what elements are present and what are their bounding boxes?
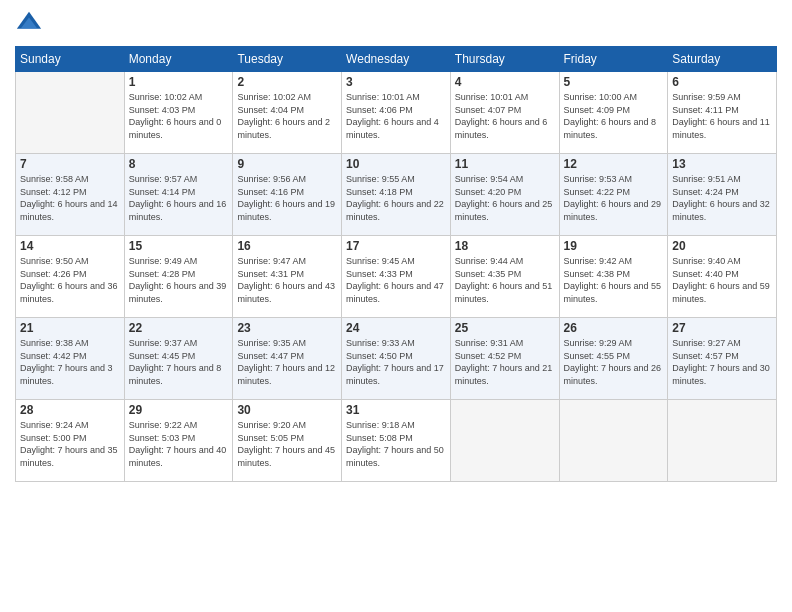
day-info: Sunrise: 10:02 AM Sunset: 4:04 PM Daylig…	[237, 91, 337, 141]
day-number: 15	[129, 239, 229, 253]
day-number: 12	[564, 157, 664, 171]
calendar-day-cell: 7Sunrise: 9:58 AM Sunset: 4:12 PM Daylig…	[16, 154, 125, 236]
day-number: 7	[20, 157, 120, 171]
day-number: 11	[455, 157, 555, 171]
calendar-day-cell: 27Sunrise: 9:27 AM Sunset: 4:57 PM Dayli…	[668, 318, 777, 400]
day-info: Sunrise: 9:29 AM Sunset: 4:55 PM Dayligh…	[564, 337, 664, 387]
day-number: 9	[237, 157, 337, 171]
day-number: 20	[672, 239, 772, 253]
calendar-day-cell	[450, 400, 559, 482]
calendar-day-cell: 30Sunrise: 9:20 AM Sunset: 5:05 PM Dayli…	[233, 400, 342, 482]
page-container: SundayMondayTuesdayWednesdayThursdayFrid…	[0, 0, 792, 612]
calendar-day-cell: 19Sunrise: 9:42 AM Sunset: 4:38 PM Dayli…	[559, 236, 668, 318]
day-number: 8	[129, 157, 229, 171]
calendar-day-cell: 2Sunrise: 10:02 AM Sunset: 4:04 PM Dayli…	[233, 72, 342, 154]
day-info: Sunrise: 10:00 AM Sunset: 4:09 PM Daylig…	[564, 91, 664, 141]
day-info: Sunrise: 9:51 AM Sunset: 4:24 PM Dayligh…	[672, 173, 772, 223]
day-info: Sunrise: 9:50 AM Sunset: 4:26 PM Dayligh…	[20, 255, 120, 305]
day-info: Sunrise: 9:38 AM Sunset: 4:42 PM Dayligh…	[20, 337, 120, 387]
day-number: 25	[455, 321, 555, 335]
calendar-day-cell: 11Sunrise: 9:54 AM Sunset: 4:20 PM Dayli…	[450, 154, 559, 236]
day-number: 18	[455, 239, 555, 253]
calendar-day-cell: 23Sunrise: 9:35 AM Sunset: 4:47 PM Dayli…	[233, 318, 342, 400]
calendar-week-row: 28Sunrise: 9:24 AM Sunset: 5:00 PM Dayli…	[16, 400, 777, 482]
calendar-day-cell: 9Sunrise: 9:56 AM Sunset: 4:16 PM Daylig…	[233, 154, 342, 236]
day-info: Sunrise: 9:42 AM Sunset: 4:38 PM Dayligh…	[564, 255, 664, 305]
day-info: Sunrise: 10:01 AM Sunset: 4:06 PM Daylig…	[346, 91, 446, 141]
calendar-day-cell: 1Sunrise: 10:02 AM Sunset: 4:03 PM Dayli…	[124, 72, 233, 154]
day-info: Sunrise: 9:24 AM Sunset: 5:00 PM Dayligh…	[20, 419, 120, 469]
logo	[15, 10, 47, 38]
day-info: Sunrise: 9:56 AM Sunset: 4:16 PM Dayligh…	[237, 173, 337, 223]
calendar-day-cell: 31Sunrise: 9:18 AM Sunset: 5:08 PM Dayli…	[342, 400, 451, 482]
calendar-week-row: 7Sunrise: 9:58 AM Sunset: 4:12 PM Daylig…	[16, 154, 777, 236]
day-info: Sunrise: 9:33 AM Sunset: 4:50 PM Dayligh…	[346, 337, 446, 387]
day-info: Sunrise: 10:02 AM Sunset: 4:03 PM Daylig…	[129, 91, 229, 141]
day-info: Sunrise: 9:22 AM Sunset: 5:03 PM Dayligh…	[129, 419, 229, 469]
calendar-day-cell: 3Sunrise: 10:01 AM Sunset: 4:06 PM Dayli…	[342, 72, 451, 154]
day-number: 2	[237, 75, 337, 89]
calendar-week-row: 1Sunrise: 10:02 AM Sunset: 4:03 PM Dayli…	[16, 72, 777, 154]
calendar-day-cell: 26Sunrise: 9:29 AM Sunset: 4:55 PM Dayli…	[559, 318, 668, 400]
day-number: 24	[346, 321, 446, 335]
day-info: Sunrise: 9:40 AM Sunset: 4:40 PM Dayligh…	[672, 255, 772, 305]
day-info: Sunrise: 9:44 AM Sunset: 4:35 PM Dayligh…	[455, 255, 555, 305]
day-number: 13	[672, 157, 772, 171]
day-info: Sunrise: 9:53 AM Sunset: 4:22 PM Dayligh…	[564, 173, 664, 223]
calendar-day-cell	[668, 400, 777, 482]
calendar-day-cell: 20Sunrise: 9:40 AM Sunset: 4:40 PM Dayli…	[668, 236, 777, 318]
day-number: 16	[237, 239, 337, 253]
day-of-week-header: Tuesday	[233, 47, 342, 72]
day-info: Sunrise: 9:54 AM Sunset: 4:20 PM Dayligh…	[455, 173, 555, 223]
day-info: Sunrise: 9:59 AM Sunset: 4:11 PM Dayligh…	[672, 91, 772, 141]
day-info: Sunrise: 9:47 AM Sunset: 4:31 PM Dayligh…	[237, 255, 337, 305]
day-number: 1	[129, 75, 229, 89]
calendar-day-cell: 17Sunrise: 9:45 AM Sunset: 4:33 PM Dayli…	[342, 236, 451, 318]
calendar-day-cell: 12Sunrise: 9:53 AM Sunset: 4:22 PM Dayli…	[559, 154, 668, 236]
calendar-day-cell: 6Sunrise: 9:59 AM Sunset: 4:11 PM Daylig…	[668, 72, 777, 154]
day-info: Sunrise: 10:01 AM Sunset: 4:07 PM Daylig…	[455, 91, 555, 141]
day-info: Sunrise: 9:20 AM Sunset: 5:05 PM Dayligh…	[237, 419, 337, 469]
logo-icon	[15, 10, 43, 38]
calendar-day-cell: 14Sunrise: 9:50 AM Sunset: 4:26 PM Dayli…	[16, 236, 125, 318]
day-number: 28	[20, 403, 120, 417]
day-number: 30	[237, 403, 337, 417]
calendar-day-cell: 25Sunrise: 9:31 AM Sunset: 4:52 PM Dayli…	[450, 318, 559, 400]
calendar-day-cell: 15Sunrise: 9:49 AM Sunset: 4:28 PM Dayli…	[124, 236, 233, 318]
day-number: 23	[237, 321, 337, 335]
calendar-day-cell: 28Sunrise: 9:24 AM Sunset: 5:00 PM Dayli…	[16, 400, 125, 482]
calendar-day-cell	[559, 400, 668, 482]
day-number: 10	[346, 157, 446, 171]
calendar-day-cell: 10Sunrise: 9:55 AM Sunset: 4:18 PM Dayli…	[342, 154, 451, 236]
calendar-day-cell: 29Sunrise: 9:22 AM Sunset: 5:03 PM Dayli…	[124, 400, 233, 482]
day-of-week-header: Friday	[559, 47, 668, 72]
day-info: Sunrise: 9:45 AM Sunset: 4:33 PM Dayligh…	[346, 255, 446, 305]
calendar-day-cell: 21Sunrise: 9:38 AM Sunset: 4:42 PM Dayli…	[16, 318, 125, 400]
calendar-week-row: 21Sunrise: 9:38 AM Sunset: 4:42 PM Dayli…	[16, 318, 777, 400]
day-number: 19	[564, 239, 664, 253]
day-info: Sunrise: 9:49 AM Sunset: 4:28 PM Dayligh…	[129, 255, 229, 305]
day-info: Sunrise: 9:55 AM Sunset: 4:18 PM Dayligh…	[346, 173, 446, 223]
calendar-day-cell: 8Sunrise: 9:57 AM Sunset: 4:14 PM Daylig…	[124, 154, 233, 236]
day-number: 6	[672, 75, 772, 89]
day-info: Sunrise: 9:27 AM Sunset: 4:57 PM Dayligh…	[672, 337, 772, 387]
day-number: 29	[129, 403, 229, 417]
calendar-day-cell: 4Sunrise: 10:01 AM Sunset: 4:07 PM Dayli…	[450, 72, 559, 154]
calendar-day-cell	[16, 72, 125, 154]
day-number: 14	[20, 239, 120, 253]
calendar-week-row: 14Sunrise: 9:50 AM Sunset: 4:26 PM Dayli…	[16, 236, 777, 318]
day-info: Sunrise: 9:58 AM Sunset: 4:12 PM Dayligh…	[20, 173, 120, 223]
day-info: Sunrise: 9:57 AM Sunset: 4:14 PM Dayligh…	[129, 173, 229, 223]
day-number: 26	[564, 321, 664, 335]
calendar-day-cell: 13Sunrise: 9:51 AM Sunset: 4:24 PM Dayli…	[668, 154, 777, 236]
calendar-day-cell: 5Sunrise: 10:00 AM Sunset: 4:09 PM Dayli…	[559, 72, 668, 154]
day-number: 17	[346, 239, 446, 253]
day-number: 3	[346, 75, 446, 89]
day-number: 4	[455, 75, 555, 89]
calendar-day-cell: 16Sunrise: 9:47 AM Sunset: 4:31 PM Dayli…	[233, 236, 342, 318]
day-of-week-header: Wednesday	[342, 47, 451, 72]
calendar-day-cell: 18Sunrise: 9:44 AM Sunset: 4:35 PM Dayli…	[450, 236, 559, 318]
day-info: Sunrise: 9:35 AM Sunset: 4:47 PM Dayligh…	[237, 337, 337, 387]
day-number: 31	[346, 403, 446, 417]
day-of-week-header: Thursday	[450, 47, 559, 72]
